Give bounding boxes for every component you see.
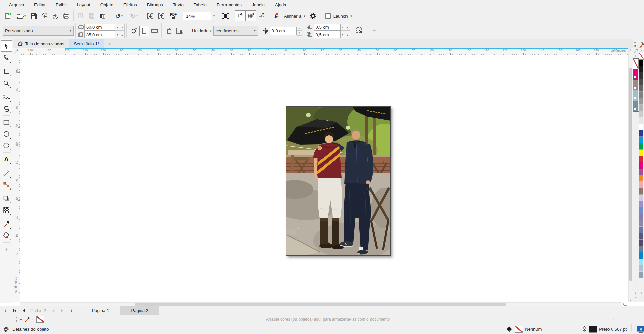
palette-expand-icon[interactable]: »	[640, 295, 642, 300]
color-swatch[interactable]	[639, 188, 643, 195]
color-swatch[interactable]	[639, 150, 643, 156]
placed-photo[interactable]	[286, 106, 391, 256]
color-swatch[interactable]	[633, 101, 638, 111]
palette-scroll-right-icon[interactable]: ›	[613, 317, 614, 322]
no-color-swatch[interactable]	[633, 59, 639, 69]
color-swatch[interactable]	[639, 79, 643, 85]
color-swatch[interactable]	[639, 227, 643, 233]
color-swatch[interactable]	[639, 246, 643, 252]
color-swatch[interactable]	[639, 66, 643, 72]
color-swatch[interactable]	[639, 220, 643, 227]
page-tab-2[interactable]: Página 2	[120, 306, 159, 315]
color-proof-monitor-icon[interactable]	[637, 326, 644, 333]
color-swatch[interactable]	[639, 92, 643, 98]
palette-scroll-up-icon[interactable]: ∧	[640, 48, 643, 53]
menu-texto[interactable]: Texto	[168, 1, 189, 9]
color-swatch[interactable]	[639, 259, 643, 265]
units-dropdown[interactable]: centímetros ▾	[213, 26, 258, 36]
color-swatch[interactable]	[639, 162, 643, 169]
no-color-swatch[interactable]	[639, 53, 644, 60]
chevron-down-icon[interactable]: ▾	[211, 12, 217, 20]
color-swatch[interactable]	[639, 195, 643, 201]
save-button[interactable]	[28, 10, 39, 21]
outline-color-swatch[interactable]	[589, 326, 597, 333]
next-page-button[interactable]	[50, 307, 57, 314]
document-tab[interactable]: Sem título-1*	[69, 39, 104, 48]
eyedropper-icon[interactable]	[634, 48, 638, 54]
drawing-canvas[interactable]	[20, 55, 628, 302]
menu-objeto[interactable]: Objeto	[95, 1, 118, 9]
palette-scroll-down-icon[interactable]: ∨	[640, 290, 642, 295]
color-swatch[interactable]	[639, 72, 643, 79]
nudge-offset-input[interactable]: 0,0 cm	[270, 27, 297, 35]
add-tool-button[interactable]: +	[1, 244, 12, 255]
crop-tool[interactable]	[1, 66, 12, 77]
page-height-input[interactable]: 85,0 cm	[84, 31, 115, 38]
import-button[interactable]	[145, 10, 156, 21]
vertical-ruler[interactable]: centímetros 1101009080706050403020100	[13, 55, 20, 302]
palette-scroll-left-icon[interactable]: ‹	[32, 317, 34, 322]
color-swatch[interactable]	[639, 272, 643, 278]
export-button[interactable]	[156, 10, 167, 21]
fullscreen-preview-button[interactable]	[220, 10, 231, 21]
nudge-spinner[interactable]: ▴▾	[297, 26, 302, 36]
color-swatch[interactable]	[639, 175, 643, 182]
pick-tool[interactable]	[1, 40, 12, 52]
page-width-spinner[interactable]: ▾▴	[115, 24, 125, 31]
color-swatch[interactable]	[639, 207, 643, 214]
text-tool[interactable]: A	[1, 154, 12, 165]
last-page-button[interactable]	[59, 307, 66, 314]
paste-button[interactable]	[97, 10, 108, 21]
add-page-before-button[interactable]: +	[2, 307, 9, 314]
color-swatch[interactable]	[639, 130, 643, 137]
rectangle-tool[interactable]	[1, 117, 12, 128]
show-rulers-toggle[interactable]	[235, 10, 245, 21]
fill-color-swatch[interactable]	[515, 326, 523, 333]
color-swatch[interactable]	[633, 80, 638, 90]
color-swatch[interactable]	[639, 117, 643, 124]
new-document-button[interactable]	[3, 10, 14, 21]
zoom-level-combobox[interactable]: 14% ▾	[183, 12, 217, 20]
palette-flyout-icon[interactable]: ▶	[20, 317, 22, 322]
color-swatch[interactable]	[639, 240, 643, 246]
zoom-tool[interactable]	[1, 78, 12, 89]
duplicate-y-spinner[interactable]: ▾▴	[341, 31, 350, 38]
landscape-orientation-button[interactable]	[149, 26, 160, 36]
page-tab-1[interactable]: Página 1	[81, 306, 120, 315]
color-swatch[interactable]	[639, 201, 643, 207]
vertical-scroll-thumb[interactable]	[629, 68, 632, 281]
ruler-origin[interactable]	[13, 48, 20, 55]
cut-button[interactable]	[75, 10, 86, 21]
welcome-screen-tab[interactable]: Tela de boas-vindas	[13, 39, 69, 48]
add-page-after-button[interactable]: +	[68, 307, 75, 314]
print-button[interactable]	[61, 10, 72, 21]
cloud-upload-button[interactable]	[50, 10, 61, 21]
page-width-input[interactable]: 60,0 cm	[84, 24, 115, 31]
launch-dropdown[interactable]: Launch ▾	[322, 10, 354, 21]
no-color-swatch[interactable]	[36, 316, 44, 323]
show-guidelines-toggle[interactable]	[256, 10, 267, 21]
align-to-dropdown[interactable]: Alinhar a ▾	[282, 10, 308, 21]
color-swatch[interactable]	[633, 69, 638, 80]
previous-page-button[interactable]	[20, 307, 27, 314]
duplicate-y-input[interactable]: 0,5 cm	[314, 31, 341, 38]
palette-expand-icon[interactable]: »	[635, 295, 637, 300]
palette-scroll-up-icon[interactable]: ∧	[635, 54, 637, 58]
color-swatch[interactable]	[639, 98, 643, 105]
cloud-download-button[interactable]	[39, 10, 50, 21]
menu-ajuda[interactable]: Ajuda	[270, 1, 291, 9]
shadow-tool[interactable]	[1, 193, 12, 204]
color-swatch[interactable]	[639, 105, 643, 111]
polygon-tool[interactable]	[1, 140, 12, 151]
duplicate-x-input[interactable]: 0,5 cm	[314, 24, 341, 31]
color-swatch[interactable]	[639, 111, 643, 117]
color-swatch[interactable]	[639, 143, 643, 150]
eyedropper-tool[interactable]	[1, 219, 12, 229]
new-document-tab-button[interactable]: +	[104, 39, 115, 48]
freehand-tool[interactable]	[1, 92, 12, 103]
menu-editar[interactable]: Editar	[29, 1, 51, 9]
status-gear-icon[interactable]	[3, 326, 9, 333]
palette-drag-handle[interactable]	[14, 317, 17, 322]
color-swatch[interactable]	[639, 252, 643, 259]
options-button[interactable]	[308, 10, 318, 21]
